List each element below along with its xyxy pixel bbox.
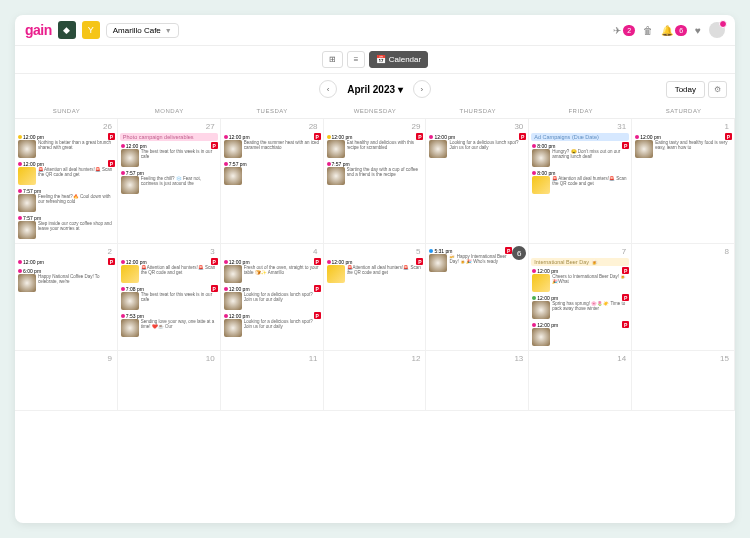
day-number: 14 [531, 353, 629, 364]
event[interactable]: 12:00 pmNothing is better than a great b… [17, 133, 115, 159]
day-cell[interactable]: 15 [632, 351, 735, 411]
event[interactable]: 12:00 pmLooking for a delicious lunch sp… [428, 133, 526, 159]
month-label[interactable]: April 2023 ▾ [347, 84, 403, 95]
event[interactable]: 12:00 pm🚨Attention all deal hunters!🚨 Sc… [17, 160, 115, 186]
event[interactable]: 7:57 pmStarting the day with a cup of co… [326, 160, 424, 186]
status-dot [224, 260, 228, 264]
day-cell[interactable]: 65:31 pm🍻 Happy International Beer Day! … [426, 244, 529, 351]
day-cell[interactable]: 112:00 pmEating tasty and healthy food i… [632, 119, 735, 244]
pinterest-icon: P [416, 258, 423, 265]
day-cell[interactable]: 412:00 pmFresh out of the oven, straight… [221, 244, 324, 351]
prev-month-button[interactable]: ‹ [319, 80, 337, 98]
day-number: 4 [223, 246, 321, 257]
pinterest-icon: P [416, 133, 423, 140]
day-cell[interactable]: 3012:00 pmLooking for a delicious lunch … [426, 119, 529, 244]
day-number: 3 [120, 246, 218, 257]
event[interactable]: 6:00 pmHappy National Coffee Day! To cel… [17, 267, 115, 293]
day-cell[interactable]: 9 [15, 351, 118, 411]
event[interactable]: 7:53 pmSending love your way, one latte … [120, 312, 218, 338]
event-text: Feeling the chill? ❄️ Fear not, coziness… [141, 176, 217, 187]
event[interactable]: 12:00 pmSpring has sprung! 🌸🌷☀️ Time to … [531, 294, 629, 320]
event-thumbnail [121, 176, 139, 194]
day-number: 2 [17, 246, 115, 257]
day-header: MONDAY [118, 104, 221, 118]
event[interactable]: 12:00 pmP [531, 321, 629, 347]
event[interactable]: 12:00 pmThe best treat for this week is … [120, 142, 218, 168]
day-cell[interactable]: 11 [221, 351, 324, 411]
notifications-button[interactable]: 🔔 6 [661, 25, 687, 36]
event-thumbnail [18, 194, 36, 212]
today-button[interactable]: Today [666, 81, 705, 98]
app-window: gain ◆ Y Amarillo Cafe ▼ ✈ 2 🗑 🔔 6 ♥ ⊞ ≡… [15, 15, 735, 523]
banner[interactable]: Photo campaign deliverables [120, 133, 218, 141]
day-cell[interactable]: 212:00 pmP6:00 pmHappy National Coffee D… [15, 244, 118, 351]
day-cell[interactable]: 10 [118, 351, 221, 411]
pinterest-icon: P [622, 294, 629, 301]
event[interactable]: 8:00 pmHungry? 🤤 Don't miss out on our a… [531, 142, 629, 168]
pinterest-icon: P [314, 133, 321, 140]
event-thumbnail [224, 319, 242, 337]
event-text: Fresh out of the oven, straight to your … [244, 265, 320, 276]
event[interactable]: 12:00 pmEating tasty and healthy food is… [634, 133, 732, 159]
pinterest-icon: P [505, 247, 512, 254]
status-dot [18, 269, 22, 273]
event-text: Eat healthy and delicious with this reci… [347, 140, 423, 151]
event[interactable]: 12:00 pmBeating the summer heat with an … [223, 133, 321, 159]
grid-view-button[interactable]: ⊞ [322, 51, 343, 68]
workspace-badge-1[interactable]: ◆ [58, 21, 76, 39]
day-cell[interactable]: 7International Beer Day 🍺12:00 pmCheers … [529, 244, 632, 351]
pinterest-icon: P [519, 133, 526, 140]
event-thumbnail [224, 167, 242, 185]
day-cell[interactable]: 512:00 pm🚨Attention all deal hunters!🚨 S… [324, 244, 427, 351]
pinterest-icon: P [622, 321, 629, 328]
calendar-view-button[interactable]: 📅 Calendar [369, 51, 428, 68]
banner[interactable]: Ad Campaigns (Due Date) [531, 133, 629, 141]
day-cell[interactable]: 2912:00 pmEat healthy and delicious with… [324, 119, 427, 244]
list-view-button[interactable]: ≡ [347, 51, 366, 68]
day-cell[interactable]: 2612:00 pmNothing is better than a great… [15, 119, 118, 244]
event[interactable]: 12:00 pmLooking for a delicious lunch sp… [223, 312, 321, 338]
event[interactable]: 12:00 pmEat healthy and delicious with t… [326, 133, 424, 159]
status-dot [18, 189, 22, 193]
day-number: 15 [634, 353, 732, 364]
day-cell[interactable]: 27Photo campaign deliverables12:00 pmThe… [118, 119, 221, 244]
event[interactable]: 12:00 pm🚨Attention all deal hunters!🚨 Sc… [120, 258, 218, 284]
status-dot [224, 135, 228, 139]
day-cell[interactable]: 2812:00 pmBeating the summer heat with a… [221, 119, 324, 244]
pinterest-icon: P [314, 285, 321, 292]
event-text: Starting the day with a cup of coffee an… [347, 167, 423, 178]
event-text: 🍻 Happy International Beer Day! 🍺🎉 Who's… [449, 254, 511, 265]
event[interactable]: 7:08 pmThe best treat for this week is i… [120, 285, 218, 311]
avatar[interactable] [709, 22, 725, 38]
event[interactable]: 7:57 pmStep inside our cozy coffee shop … [17, 214, 115, 240]
day-cell[interactable]: 14 [529, 351, 632, 411]
next-month-button[interactable]: › [413, 80, 431, 98]
trash-icon[interactable]: 🗑 [643, 25, 653, 36]
status-dot [224, 314, 228, 318]
event[interactable]: 5:31 pm🍻 Happy International Beer Day! 🍺… [428, 247, 512, 273]
event[interactable]: 7:57 pm [223, 160, 321, 186]
event[interactable]: 7:57 pmFeeling the heat?🔥 Cool down with… [17, 187, 115, 213]
event-text: The best treat for this week is in our c… [141, 292, 217, 303]
day-cell[interactable]: 12 [324, 351, 427, 411]
event[interactable]: 7:57 pmFeeling the chill? ❄️ Fear not, c… [120, 169, 218, 195]
workspace-badge-2[interactable]: Y [82, 21, 100, 39]
day-cell[interactable]: 31Ad Campaigns (Due Date)8:00 pmHungry? … [529, 119, 632, 244]
calendar-grid: 2612:00 pmNothing is better than a great… [15, 119, 735, 411]
heart-icon[interactable]: ♥ [695, 25, 701, 36]
event[interactable]: 12:00 pm🚨Attention all deal hunters!🚨 Sc… [326, 258, 424, 284]
send-button[interactable]: ✈ 2 [613, 25, 635, 36]
status-dot [121, 314, 125, 318]
event[interactable]: 12:00 pmFresh out of the oven, straight … [223, 258, 321, 284]
event[interactable]: 12:00 pmLooking for a delicious lunch sp… [223, 285, 321, 311]
banner[interactable]: International Beer Day 🍺 [531, 258, 629, 266]
event[interactable]: 8:00 pm🚨Attention all deal hunters!🚨 Sca… [531, 169, 629, 195]
day-cell[interactable]: 312:00 pm🚨Attention all deal hunters!🚨 S… [118, 244, 221, 351]
status-dot [532, 171, 536, 175]
brand-selector[interactable]: Amarillo Cafe ▼ [106, 23, 179, 38]
event[interactable]: 12:00 pmP [17, 258, 115, 266]
event[interactable]: 12:00 pmCheers to International Beer Day… [531, 267, 629, 293]
day-cell[interactable]: 13 [426, 351, 529, 411]
settings-button[interactable]: ⚙ [708, 81, 727, 98]
day-cell[interactable]: 8 [632, 244, 735, 351]
